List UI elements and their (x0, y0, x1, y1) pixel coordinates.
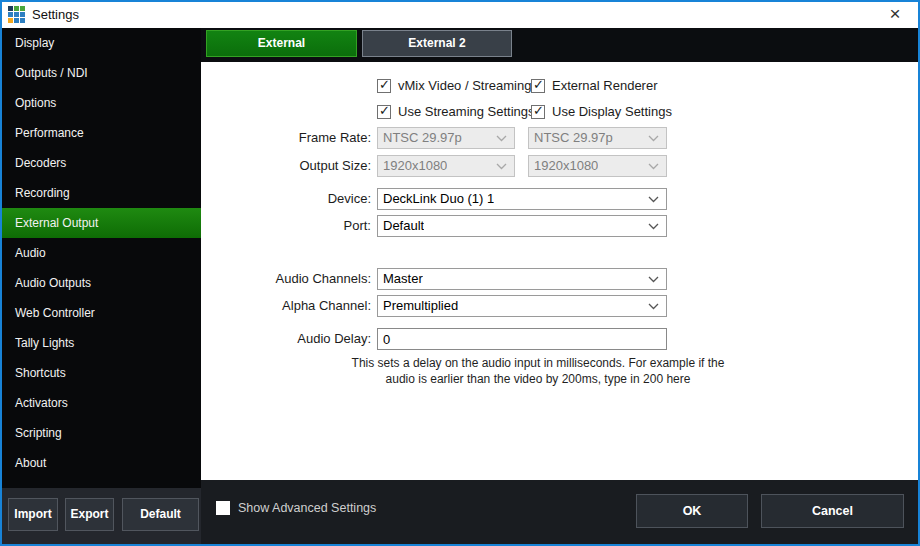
audio-channels-label: Audio Channels: (201, 268, 371, 290)
sidebar-item-recording[interactable]: Recording (2, 178, 201, 208)
sidebar-item-options[interactable]: Options (2, 88, 201, 118)
import-button[interactable]: Import (8, 498, 58, 531)
sidebar-item-shortcuts[interactable]: Shortcuts (2, 358, 201, 388)
sidebar-item-audio[interactable]: Audio (2, 238, 201, 268)
device-select[interactable]: DeckLink Duo (1) 1 (377, 188, 667, 210)
frame-rate-label: Frame Rate: (201, 127, 371, 149)
output-size-value-2: 1920x1080 (534, 156, 598, 176)
device-label: Device: (201, 188, 371, 210)
export-button[interactable]: Export (65, 498, 114, 531)
sidebar-item-web-controller[interactable]: Web Controller (2, 298, 201, 328)
titlebar: Settings × (2, 2, 918, 28)
audio-delay-input[interactable] (377, 328, 667, 350)
chevron-down-icon (648, 303, 659, 310)
default-button[interactable]: Default (122, 498, 199, 531)
sidebar-item-scripting[interactable]: Scripting (2, 418, 201, 448)
sidebar: Display Outputs / NDI Options Performanc… (2, 28, 201, 488)
sidebar-item-about[interactable]: About (2, 448, 201, 478)
settings-window: Settings × Display Outputs / NDI Options… (0, 0, 920, 546)
sidebar-item-decoders[interactable]: Decoders (2, 148, 201, 178)
output-size-value-1: 1920x1080 (383, 156, 447, 176)
audio-delay-help-text: This sets a delay on the audio input in … (343, 356, 733, 387)
port-value: Default (383, 216, 424, 236)
checkbox-label: External Renderer (552, 78, 658, 93)
port-label: Port: (201, 215, 371, 237)
audio-channels-select[interactable]: Master (377, 268, 667, 290)
sidebar-item-audio-outputs[interactable]: Audio Outputs (2, 268, 201, 298)
checkbox-checked-icon[interactable] (377, 105, 391, 119)
port-select[interactable]: Default (377, 215, 667, 237)
sidebar-item-activators[interactable]: Activators (2, 388, 201, 418)
show-advanced-settings-label: Show Advanced Settings (238, 501, 376, 515)
frame-rate-select-1: NTSC 29.97p (377, 127, 515, 149)
main-area: External External 2 vMix Video / Streami… (201, 28, 918, 544)
external-output-panel: vMix Video / Streaming External Renderer… (201, 62, 918, 480)
chevron-down-icon (648, 163, 659, 170)
checkbox-label: Use Streaming Settings (398, 104, 535, 119)
chevron-down-icon (648, 276, 659, 283)
frame-rate-select-2: NTSC 29.97p (528, 127, 667, 149)
chevron-down-icon (648, 135, 659, 142)
window-title: Settings (32, 2, 79, 28)
sidebar-item-performance[interactable]: Performance (2, 118, 201, 148)
chevron-down-icon (648, 196, 659, 203)
alpha-channel-label: Alpha Channel: (201, 295, 371, 317)
checkbox-use-display-settings[interactable]: Use Display Settings (531, 104, 672, 119)
cancel-button[interactable]: Cancel (761, 494, 904, 528)
checkbox-external-renderer[interactable]: External Renderer (531, 78, 658, 93)
close-icon[interactable]: × (880, 2, 910, 28)
audio-delay-label: Audio Delay: (201, 328, 371, 350)
show-advanced-settings-checkbox[interactable]: Show Advanced Settings (216, 501, 376, 515)
checkbox-use-streaming-settings[interactable]: Use Streaming Settings (377, 104, 535, 119)
sidebar-item-tally-lights[interactable]: Tally Lights (2, 328, 201, 358)
alpha-channel-value: Premultiplied (383, 296, 458, 316)
alpha-channel-select[interactable]: Premultiplied (377, 295, 667, 317)
checkbox-checked-icon[interactable] (531, 79, 545, 93)
footer-bar: Show Advanced Settings OK Cancel (201, 480, 918, 544)
sidebar-footer: Import Export Default (2, 488, 201, 544)
device-value: DeckLink Duo (1) 1 (383, 189, 494, 209)
output-size-select-1: 1920x1080 (377, 155, 515, 177)
frame-rate-value-2: NTSC 29.97p (534, 128, 613, 148)
checkbox-checked-icon[interactable] (531, 105, 545, 119)
output-size-select-2: 1920x1080 (528, 155, 667, 177)
vmix-logo (8, 6, 25, 23)
checkbox-label: vMix Video / Streaming (398, 78, 531, 93)
chevron-down-icon (648, 223, 659, 230)
frame-rate-value-1: NTSC 29.97p (383, 128, 462, 148)
output-size-label: Output Size: (201, 155, 371, 177)
tab-external-2[interactable]: External 2 (362, 30, 512, 57)
audio-channels-value: Master (383, 269, 423, 289)
checkbox-unchecked-icon[interactable] (216, 501, 230, 515)
checkbox-checked-icon[interactable] (377, 79, 391, 93)
tab-external[interactable]: External (206, 30, 357, 57)
chevron-down-icon (496, 135, 507, 142)
checkbox-vmix-video-streaming[interactable]: vMix Video / Streaming (377, 78, 531, 93)
sidebar-item-display[interactable]: Display (2, 28, 201, 58)
sidebar-item-external-output[interactable]: External Output (2, 208, 201, 238)
ok-button[interactable]: OK (636, 494, 748, 528)
sidebar-item-outputs-ndi[interactable]: Outputs / NDI (2, 58, 201, 88)
checkbox-label: Use Display Settings (552, 104, 672, 119)
tabstrip: External External 2 (201, 28, 918, 62)
chevron-down-icon (496, 163, 507, 170)
